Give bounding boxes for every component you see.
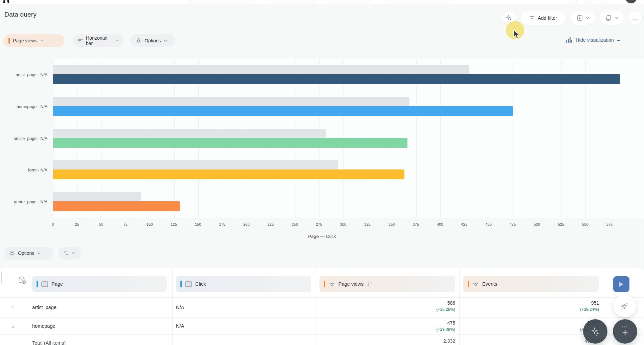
x-tick-label: 50 — [91, 222, 111, 226]
chevron-down-icon — [37, 252, 41, 254]
bar-current-4[interactable] — [53, 201, 180, 211]
bar-previous-0[interactable] — [53, 65, 469, 74]
filter-icon — [529, 16, 535, 20]
x-tick-label: 325 — [357, 222, 378, 226]
bar-current-0[interactable] — [53, 74, 620, 84]
rocket-icon — [620, 301, 630, 311]
x-tick-label: 500 — [527, 222, 547, 226]
add-fab-button[interactable]: ••• + — [613, 319, 637, 344]
topbar-icon-button[interactable] — [597, 0, 607, 3]
x-tick-label: 300 — [333, 222, 353, 226]
data-query-page: Data query Add filter — [0, 0, 644, 345]
topbar-button[interactable] — [187, 0, 256, 3]
cell-page[interactable]: homepage — [32, 323, 55, 329]
ellipsis-icon: ... — [633, 15, 638, 21]
x-tick-label: 400 — [430, 222, 450, 226]
bar-current-3[interactable] — [53, 169, 404, 179]
row-number: 1 — [8, 305, 18, 310]
x-tick-label: 375 — [406, 222, 426, 226]
bar-chart-plot-area — [53, 59, 644, 218]
cell-click[interactable]: N/A — [176, 323, 184, 329]
run-query-button[interactable] — [613, 276, 629, 292]
topbar-icon-button[interactable] — [583, 0, 593, 3]
chevron-down-icon — [586, 17, 589, 19]
list-icon — [41, 281, 48, 287]
data-source-icon[interactable] — [18, 276, 27, 285]
gridline — [634, 59, 634, 218]
x-tick-label: 550 — [575, 222, 595, 226]
x-tick-label: 0 — [43, 222, 63, 226]
duplicate-button[interactable] — [600, 11, 624, 25]
hide-visualization-label: Hide visualization — [576, 37, 614, 43]
cell-click[interactable]: N/A — [176, 305, 184, 310]
x-tick-label: 250 — [285, 222, 305, 226]
table-options-chip[interactable]: Options — [4, 247, 53, 260]
chart-options-label: Options — [145, 38, 161, 43]
plus-icon: + — [622, 328, 628, 337]
x-tick-label: 175 — [212, 222, 232, 226]
export-button[interactable] — [571, 11, 595, 25]
x-tick-label: 125 — [164, 222, 184, 226]
column-header-label: Page — [51, 281, 63, 287]
column-header-page-views[interactable]: Page views — [319, 276, 455, 292]
ai-fab-button[interactable] — [583, 319, 607, 344]
column-header-click[interactable]: Click — [176, 276, 311, 292]
cell-page-views[interactable]: 475(+29.08%) — [436, 320, 455, 332]
table-gutter-handle[interactable] — [1, 272, 2, 283]
topbar-date-button[interactable] — [266, 0, 318, 3]
metric-accent-bar — [8, 38, 10, 44]
bar-previous-4[interactable] — [53, 192, 141, 201]
bar-previous-3[interactable] — [53, 160, 338, 169]
column-header-page[interactable]: Page — [32, 276, 167, 292]
table-row[interactable]: 2homepageN/A475(+29.08%)2,767(+25.54%) — [0, 318, 644, 335]
cell-events[interactable]: 951(+39.24%) — [580, 300, 599, 312]
cell-page-views[interactable]: 586(+36.28%) — [436, 300, 455, 312]
chart-type-chip[interactable]: Horizontal bar — [73, 34, 124, 47]
bar-previous-2[interactable] — [53, 129, 326, 138]
hide-visualization-toggle[interactable]: Hide visualization – — [566, 37, 620, 43]
horizontal-bar-icon — [78, 39, 83, 43]
cell-page[interactable]: artist_page — [32, 305, 57, 310]
bar-previous-1[interactable] — [53, 97, 409, 106]
metric-chip-page-views[interactable]: Page views — [3, 34, 65, 47]
column-accent-bar — [324, 281, 325, 287]
x-tick-label: 100 — [139, 222, 160, 226]
sparkles-icon — [590, 326, 601, 337]
category-label: artist_page - N/A — [0, 73, 47, 77]
download-icon — [577, 15, 583, 21]
topbar-button[interactable] — [326, 0, 373, 3]
chart-type-label: Horizontal bar — [86, 35, 112, 46]
x-tick-label: 225 — [261, 222, 281, 226]
table-row[interactable]: 1artist_pageN/A586(+36.28%)951(+39.24%) — [0, 298, 644, 318]
category-label: article_page - N/A — [0, 136, 47, 141]
table-sort-chip[interactable] — [58, 247, 81, 260]
gear-icon — [136, 38, 141, 44]
topbar-icon-button[interactable] — [569, 0, 579, 3]
chart-options-chip[interactable]: Options — [131, 34, 175, 47]
play-icon — [619, 281, 624, 287]
bar-current-2[interactable] — [53, 138, 407, 148]
x-tick-label: 200 — [236, 222, 257, 226]
total-page-views: 2,332 — [443, 338, 455, 344]
column-header-label: Events — [482, 281, 497, 287]
column-header-events[interactable]: Events — [463, 276, 599, 292]
sort-descending-icon — [367, 282, 372, 286]
sort-arrows-icon — [63, 250, 69, 256]
bar-current-1[interactable] — [53, 106, 513, 116]
add-filter-button[interactable]: Add filter — [520, 11, 566, 25]
topbar-button[interactable] — [384, 0, 450, 3]
eye-icon — [472, 281, 479, 287]
launch-button[interactable] — [614, 295, 636, 317]
collapse-minus-icon: – — [617, 37, 620, 43]
more-options-button[interactable]: ... — [629, 11, 642, 25]
chevron-down-icon — [115, 40, 118, 42]
x-tick-label: 575 — [599, 222, 620, 226]
metric-chip-label: Page views — [13, 38, 37, 43]
chevron-down-icon — [164, 40, 167, 42]
avatar[interactable] — [625, 0, 637, 3]
category-label: form - N/A — [0, 168, 47, 172]
category-label: genre_page - N/A — [0, 200, 47, 204]
sparkles-icon — [506, 15, 512, 21]
category-label: homepage - N/A — [0, 104, 47, 109]
x-tick-label: 475 — [503, 222, 523, 226]
